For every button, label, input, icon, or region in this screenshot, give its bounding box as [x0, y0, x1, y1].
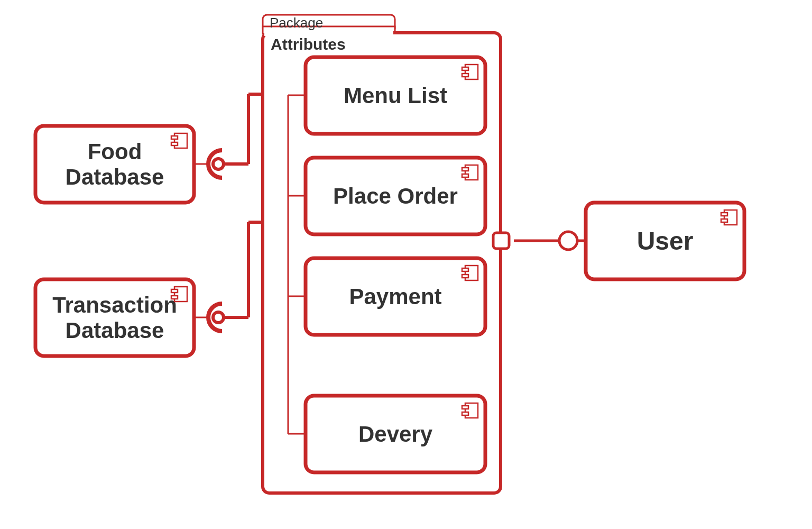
svg-point-8	[213, 312, 224, 323]
svg-rect-30	[462, 268, 468, 271]
svg-rect-43	[171, 296, 178, 299]
food-db-label-2: Database	[66, 165, 164, 189]
component-transaction-database: Transaction Database	[35, 279, 194, 356]
component-place-order: Place Order	[306, 158, 485, 234]
svg-rect-46	[721, 213, 727, 216]
svg-rect-26	[462, 168, 468, 171]
svg-rect-34	[462, 406, 468, 409]
svg-rect-42	[171, 289, 178, 293]
component-diagram: Package Attributes	[0, 0, 812, 529]
svg-rect-23	[462, 74, 468, 77]
package-tab-label: Package	[270, 15, 323, 31]
svg-point-3	[213, 159, 224, 169]
component-food-database: Food Database	[35, 126, 194, 203]
component-delivery: Devery	[306, 396, 485, 472]
component-menu-list: Menu List	[306, 57, 485, 134]
delivery-label: Devery	[358, 422, 433, 446]
payment-label: Payment	[349, 284, 441, 309]
txn-db-label-2: Database	[66, 318, 164, 343]
svg-rect-47	[721, 219, 727, 222]
component-payment: Payment	[306, 258, 485, 335]
svg-rect-35	[462, 412, 468, 415]
package-body-label: Attributes	[271, 35, 346, 53]
svg-rect-38	[171, 136, 178, 139]
user-label: User	[637, 227, 694, 255]
component-user: User	[586, 203, 744, 279]
place-order-label: Place Order	[333, 184, 458, 208]
svg-point-18	[559, 232, 577, 250]
menu-list-label: Menu List	[344, 83, 447, 108]
txn-db-label-1: Transaction	[52, 293, 177, 317]
svg-rect-31	[462, 275, 468, 278]
food-db-label-1: Food	[88, 139, 142, 164]
svg-rect-22	[462, 67, 468, 70]
svg-rect-39	[171, 142, 178, 145]
port-icon	[493, 233, 509, 249]
svg-rect-27	[462, 174, 468, 177]
